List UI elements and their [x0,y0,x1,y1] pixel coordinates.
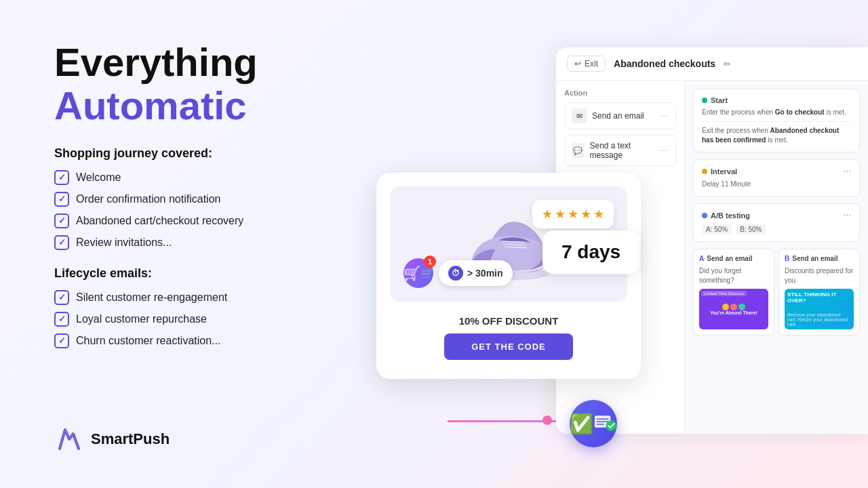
panel-title: Abandoned checkouts [614,58,715,69]
email-card-a: A Send an email Did you forget something… [693,249,774,336]
cyan-card-body: Retrieve your abandoned cart. Return you… [787,312,851,327]
send-sms-label: Send a text message [589,141,654,160]
discount-label: 10% OFF DISCOUNT [390,315,627,327]
email-a-preview-text: Did you forget something? [699,266,768,285]
ab-testing-node: A/B testing ⋯ A: 50% B: 50% [693,203,860,242]
main-title: Everything Automatic [54,41,407,127]
cyan-card-title: STILL THINKING IT OVER? [787,291,851,304]
send-email-action[interactable]: ✉ Send an email ⋯ [564,102,676,129]
interval-dot [702,169,707,174]
person-avatar-2 [730,304,737,310]
person-avatar-1 [722,304,729,310]
send-email-label: Send an email [592,111,644,121]
interval-label: Interval [711,167,737,176]
ab-label: A/B testing [711,211,750,220]
rating-stars: ★ ★ ★ ★ ★ [532,200,614,228]
b-badge: B: 50% [736,224,766,235]
exit-condition-text: Exit the process when Abandoned checkout… [702,126,851,145]
title-plain: Everything [54,40,258,84]
time-pill: ⏱ > 30min [439,260,513,286]
list-item: Churn customer reactivation... [54,333,407,348]
product-card: ★ ★ ★ ★ ★ 🛒 1 ⏱ > 30min 10% OFF DISCOUNT… [376,173,641,379]
ab-dot [702,213,707,218]
shopping-journey-list: Welcome Order confirmation notification … [54,170,407,250]
smartpush-logo-icon [54,424,84,454]
logo-text: SmartPush [91,430,170,448]
interval-node: Interval ⋯ Delay 11 Minute [693,159,860,197]
email-a-action: Send an email [707,255,752,262]
a-badge: A: 50% [702,224,732,235]
list-item: Silent customer re-engagement [54,290,407,305]
panel-nodes-column: Start Enter the process when Go to check… [685,81,868,433]
email-previews: A Send an email Did you forget something… [693,249,860,336]
check-icon [54,214,69,228]
cart-notification: 🛒 1 ⏱ > 30min [403,258,513,288]
bottom-connector-dot [542,415,552,425]
shopping-journey-subtitle: Shopping journey covered: [54,146,407,161]
send-sms-action[interactable]: 💬 Send a text message ⋯ [564,135,676,166]
email-a-preview-image: Limited Time Discount You're Almost Ther… [699,289,768,329]
more-options-icon[interactable]: ⋯ [659,145,669,156]
time-label: > 30min [467,268,503,279]
check-icon [54,170,69,185]
cart-icon: 🛒 1 [403,258,433,288]
list-item: Loyal customer repurchase [54,312,407,327]
discount-section: 10% OFF DISCOUNT GET THE CODE [390,312,627,365]
ab-more-icon[interactable]: ⋯ [843,211,851,220]
start-dot [702,98,707,103]
b-label: B [785,255,789,262]
email-b-preview-image: STILL THINKING IT OVER? Retrieve your ab… [785,289,854,329]
interval-detail: Delay 11 Minute [702,180,851,189]
action-section-label: Action [564,89,676,97]
more-options-icon[interactable]: ⋯ [659,110,669,121]
email-b-preview-text: Discounts prepared for you [785,266,854,285]
days-bubble: 7 days [542,230,639,274]
days-label: 7 days [561,241,620,262]
interval-more-icon[interactable]: ⋯ [843,167,851,176]
panel-header: ↩ Exit Abandoned checkouts ✏ [556,47,868,81]
start-label: Start [711,96,728,104]
svg-point-8 [606,420,616,431]
person-avatar-3 [738,304,745,310]
lifecycle-subtitle: Lifecycle emails: [54,266,407,281]
ab-percentages: A: 50% B: 50% [702,224,851,235]
edit-icon[interactable]: ✏ [724,59,731,69]
exit-label: Exit [585,59,598,68]
cart-badge: 1 [424,256,436,268]
checkout-complete-icon [570,400,617,447]
list-item: Abandoned cart/checkout recovery [54,214,407,228]
left-content: Everything Automatic Shopping journey co… [54,41,407,365]
start-node: Start Enter the process when Go to check… [693,89,860,152]
list-item: Review invitations... [54,235,407,250]
sms-action-icon: 💬 [572,143,584,158]
check-icon [54,235,69,250]
lifecycle-list: Silent customer re-engagement Loyal cust… [54,290,407,348]
check-icon [54,290,69,305]
a-label: A [699,255,704,262]
clock-icon: ⏱ [448,266,463,281]
title-highlight: Automatic [54,83,247,127]
email-b-action: Send an email [792,255,837,262]
logo-section: SmartPush [54,424,170,454]
email-action-icon: ✉ [572,108,587,123]
promo-card-text: You're Almost There! [710,310,757,316]
email-card-b: B Send an email Discounts prepared for y… [778,249,860,336]
exit-button[interactable]: ↩ Exit [567,56,606,72]
check-icon [54,333,69,348]
start-text: Enter the process when Go to checkout is… [702,108,851,117]
list-item: Welcome [54,170,407,185]
get-code-button[interactable]: GET THE CODE [444,333,573,360]
list-item: Order confirmation notification [54,192,407,207]
check-icon [54,312,69,327]
check-icon [54,192,69,207]
